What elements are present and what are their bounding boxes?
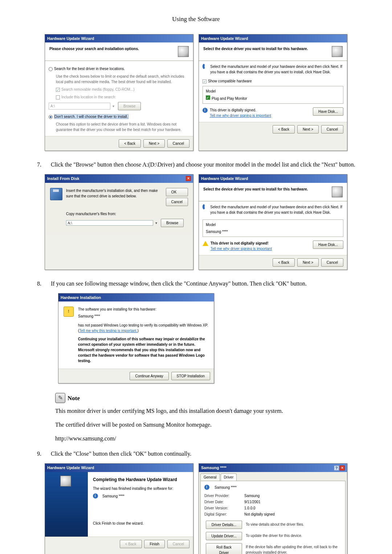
- chk-label: Show compatible hardware: [208, 79, 252, 83]
- dialog-driver-properties: Samsung ****?× General Driver Samsung **…: [199, 463, 347, 554]
- radio-label: Search for the best driver in these loca…: [54, 67, 125, 71]
- complete-msg: The wizard has finished installing the s…: [93, 486, 188, 491]
- titlebar: Samsung ****?×: [199, 464, 347, 472]
- rollback-driver-button[interactable]: Roll Back Driver: [206, 543, 242, 554]
- continue-anyway-button[interactable]: Continue Anyway: [130, 372, 168, 380]
- prop-key: Driver Version:: [204, 505, 244, 511]
- browse-button[interactable]: Browse: [161, 219, 184, 227]
- warning-icon: [203, 241, 208, 246]
- note-icon: [55, 393, 65, 403]
- figure-row-4: Hardware Update Wizard Completing the Ha…: [33, 463, 359, 554]
- prop-key: Driver Provider:: [204, 493, 244, 498]
- cancel-button[interactable]: Cancel: [166, 198, 188, 206]
- prop-val: Not digitally signed: [244, 512, 275, 517]
- complete-model: Samsung ****: [102, 493, 124, 499]
- back-button[interactable]: < Back: [273, 258, 295, 267]
- path-combo: A:\: [49, 103, 110, 110]
- hwinst-model: Samsung ****: [78, 313, 209, 319]
- prop-val: 9/11/2001: [244, 499, 261, 505]
- titlebar-text: Install From Disk: [47, 176, 79, 182]
- dialog-hardware-installation: Hardware Installation ! The software you…: [58, 293, 214, 384]
- prop-val: Samsung: [244, 493, 260, 498]
- dialog-heading: Select the device driver you want to ins…: [203, 46, 308, 52]
- titlebar-text: Hardware Update Wizard: [201, 36, 248, 42]
- chk-removable-media: [56, 88, 60, 92]
- wizard-side-banner: [45, 472, 88, 537]
- note-label: Note: [68, 394, 80, 403]
- back-button: < Back: [120, 540, 142, 548]
- driver-details-button[interactable]: Driver Details...: [206, 521, 242, 529]
- note-line-2: The certified driver will be posted on S…: [55, 420, 359, 429]
- browse-button: Browse: [118, 102, 141, 110]
- hwinst-close-paren: ): [137, 329, 138, 333]
- cancel-button[interactable]: Cancel: [321, 258, 343, 267]
- dialog-install-from-disk: Install From Disk× Insert the manufactur…: [45, 174, 193, 270]
- titlebar-text: Hardware Update Wizard: [47, 465, 94, 471]
- next-button[interactable]: Next >: [143, 139, 165, 148]
- radio-search-best[interactable]: [49, 67, 53, 71]
- cancel-button[interactable]: Cancel: [321, 125, 343, 134]
- floppy-icon: [50, 188, 62, 200]
- model-header: Model: [206, 222, 340, 227]
- step-text: Click the "Close" button then click "OK"…: [51, 450, 359, 458]
- signed-info-icon: [203, 108, 208, 113]
- have-disk-button[interactable]: Have Disk...: [313, 241, 343, 249]
- info-icon: [203, 64, 205, 69]
- dialog-select-driver-1: Hardware Update Wizard Select the device…: [199, 34, 347, 151]
- tab-driver[interactable]: Driver: [221, 473, 237, 481]
- chk-include-location: [56, 95, 60, 99]
- info-icon: [203, 204, 205, 209]
- ok-button[interactable]: OK: [166, 188, 188, 196]
- close-icon[interactable]: ×: [340, 465, 345, 471]
- radio-label: Don't search. I will choose the driver t…: [54, 114, 128, 119]
- figure-row-2: Install From Disk× Insert the manufactur…: [33, 174, 359, 270]
- sign-link[interactable]: Tell me why driver signing is important: [211, 246, 272, 251]
- monitor-icon: [60, 476, 71, 487]
- model-list[interactable]: Model Plug and Play Monitor: [203, 86, 343, 104]
- model-header: Model: [206, 89, 340, 94]
- btn-desc: If the device fails after updating the d…: [246, 543, 342, 554]
- stop-install-button[interactable]: STOP Installation: [171, 372, 210, 380]
- back-button[interactable]: < Back: [273, 125, 295, 134]
- dialog-heading: Please choose your search and installati…: [49, 46, 139, 52]
- cancel-button[interactable]: Cancel: [167, 139, 189, 148]
- titlebar: Install From Disk×: [45, 175, 193, 183]
- path-input[interactable]: [66, 220, 153, 226]
- hwinst-link[interactable]: Tell me why this testing is important.: [79, 329, 137, 333]
- dont-desc: Choose this option to select the device …: [56, 122, 189, 132]
- step-text: If you can see following message window,…: [51, 279, 359, 288]
- next-button[interactable]: Next >: [297, 258, 319, 267]
- page-title: Using the Software: [33, 15, 359, 24]
- cancel-button: Cancel: [167, 540, 189, 548]
- monitor-icon: [332, 46, 343, 57]
- chk-label: Search removable media (floppy, CD-ROM..…: [61, 87, 135, 91]
- titlebar-text: Samsung ****: [201, 465, 226, 471]
- back-button[interactable]: < Back: [119, 139, 141, 148]
- step-number: 9.: [33, 450, 51, 458]
- next-button[interactable]: Next >: [297, 125, 319, 134]
- close-icon[interactable]: ×: [186, 176, 191, 181]
- titlebar-text: Hardware Update Wizard: [47, 36, 94, 42]
- finish-button[interactable]: Finish: [144, 540, 165, 548]
- sign-link[interactable]: Tell me why driver signing is important: [210, 113, 271, 118]
- help-icon[interactable]: ?: [334, 465, 339, 471]
- titlebar-text: Hardware Update Wizard: [201, 176, 248, 182]
- prop-name: Samsung ****: [215, 485, 237, 490]
- dialog-select-driver-2: Hardware Update Wizard Select the device…: [199, 174, 347, 270]
- dialog-search-options: Hardware Update Wizard Please choose you…: [45, 34, 193, 151]
- chk-show-compatible[interactable]: [203, 79, 207, 83]
- have-disk-button[interactable]: Have Disk...: [313, 107, 343, 116]
- model-row[interactable]: Plug and Play Monitor: [212, 97, 247, 100]
- note-line-1: This monitor driver is under certifying …: [55, 407, 359, 415]
- radio-dont-search[interactable]: [49, 115, 53, 119]
- tab-general[interactable]: General: [200, 473, 220, 481]
- titlebar: Hardware Update Wizard: [199, 175, 347, 183]
- signed-icon: [206, 95, 210, 100]
- model-list[interactable]: Model Samsung ****: [203, 219, 343, 237]
- titlebar: Hardware Update Wizard: [45, 34, 193, 43]
- select-desc: Select the manufacturer and model of you…: [210, 204, 343, 215]
- btn-desc: To view details about the driver files.: [246, 521, 304, 527]
- monitor-icon: [178, 46, 189, 57]
- model-row[interactable]: Samsung ****: [206, 229, 340, 234]
- update-driver-button[interactable]: Update Driver...: [206, 532, 242, 540]
